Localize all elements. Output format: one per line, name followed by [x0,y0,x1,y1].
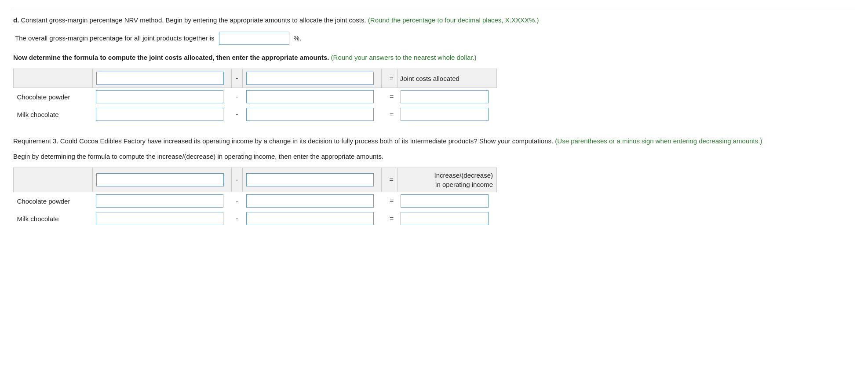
section-d-table-header-row: - = Joint costs allocated [14,69,497,88]
req3-milk-choc-row: Milk chocolate - = [14,210,497,227]
section-d-milk-choc-input1[interactable] [96,108,223,121]
section-d-choc-powder-input2-cell [243,88,382,106]
req3-choc-powder-operator: - [231,192,243,210]
req3-label-green: (Use parentheses or a minus sign when en… [553,137,762,145]
req3-label-text: Could Cocoa Edibles Factory have increas… [58,137,554,145]
req3-milk-choc-input1-cell [92,210,231,227]
req3-header-input1-cell [92,168,231,192]
gross-margin-input[interactable] [219,32,289,45]
section-spacer-1 [13,132,855,136]
req3-choc-powder-input1-cell [92,192,231,210]
section-d-milk-choc-result-input[interactable] [401,108,489,121]
section-d-choc-powder-input2[interactable] [246,90,374,103]
req3-milk-choc-label: Milk chocolate [14,210,93,227]
req3-header-input2[interactable] [246,173,374,186]
section-d-header-equals: = [381,69,397,88]
section-d-label-bold: d. [13,16,19,24]
req3-milk-choc-input2-cell [243,210,382,227]
req3-header-result-line2: in operating income [435,181,493,188]
req3-milk-choc-operator: - [231,210,243,227]
top-divider [13,9,855,9]
section-d-milk-choc-equals: = [381,106,397,123]
req3-choc-powder-result-input[interactable] [401,194,489,208]
section-d-header-result-label: Joint costs allocated [397,69,496,88]
req3-header: Requirement 3. Could Cocoa Edibles Facto… [13,136,855,146]
section-d-choc-powder-equals: = [381,88,397,106]
section-d-milk-choc-input2-cell [243,106,382,123]
section-d-label-text: Constant gross-margin percentage NRV met… [19,16,366,24]
req3-choc-powder-input2[interactable] [246,194,374,208]
section-d-choc-powder-input1[interactable] [96,90,223,103]
section-d-formula-table: - = Joint costs allocated Chocolate powd… [13,69,497,123]
section-d-header-empty [14,69,93,88]
gross-margin-prefix: The overall gross-margin percentage for … [15,34,215,42]
round-note-green: (Round your answers to the nearest whole… [329,54,476,61]
req3-choc-powder-equals: = [381,192,397,210]
section-d-header-input1-cell [92,69,231,88]
section-d-milk-choc-input2[interactable] [246,108,374,121]
req3-header-result-label: Increase/(decrease) in operating income [397,168,496,192]
section-d-header-input2[interactable] [246,72,374,85]
section-d-header: d. Constant gross-margin percentage NRV … [13,15,855,26]
section-d-choc-powder-row: Chocolate powder - = [14,88,497,106]
round-note-text: Now determine the formula to compute the… [13,54,329,61]
section-d-milk-choc-result-cell [397,106,496,123]
req3-choc-powder-input2-cell [243,192,382,210]
section-d-milk-choc-operator: - [231,106,243,123]
section-d-choc-powder-input1-cell [92,88,231,106]
gross-margin-line: The overall gross-margin percentage for … [13,32,855,45]
section-d-milk-choc-row: Milk chocolate - = [14,106,497,123]
section-d-choc-powder-result-cell [397,88,496,106]
section-d-label-green: (Round the percentage to four decimal pl… [366,16,539,24]
req3-label-bold: Requirement 3. [13,137,58,145]
req3-begin-note: Begin by determining the formula to comp… [13,152,855,162]
req3-milk-choc-result-cell [397,210,496,227]
round-note: Now determine the formula to compute the… [13,53,855,63]
req3-header-operator: - [231,168,243,192]
req3-table-header-row: - = Increase/(decrease) in operating inc… [14,168,497,192]
section-d-header-operator: - [231,69,243,88]
gross-margin-suffix: %. [294,34,302,42]
section-d-choc-powder-label: Chocolate powder [14,88,93,106]
section-d-header-input1[interactable] [96,72,224,85]
req3-header-equals: = [381,168,397,192]
req3-choc-powder-result-cell [397,192,496,210]
req3-formula-table: - = Increase/(decrease) in operating inc… [13,168,497,227]
req3-choc-powder-row: Chocolate powder - = [14,192,497,210]
req3-choc-powder-input1[interactable] [96,194,223,208]
section-d-milk-choc-label: Milk chocolate [14,106,93,123]
section-d-choc-powder-result-input[interactable] [401,90,489,103]
req3-header-empty [14,168,93,192]
req3-header-result-line1: Increase/(decrease) [434,172,493,179]
section-d-header-input2-cell [243,69,382,88]
req3-header-input2-cell [243,168,382,192]
req3-header-input1[interactable] [96,173,224,186]
req3-milk-choc-input2[interactable] [246,212,374,225]
req3-choc-powder-label: Chocolate powder [14,192,93,210]
req3-milk-choc-input1[interactable] [96,212,223,225]
section-d-choc-powder-operator: - [231,88,243,106]
section-d-milk-choc-input1-cell [92,106,231,123]
req3-milk-choc-equals: = [381,210,397,227]
req3-milk-choc-result-input[interactable] [401,212,489,225]
